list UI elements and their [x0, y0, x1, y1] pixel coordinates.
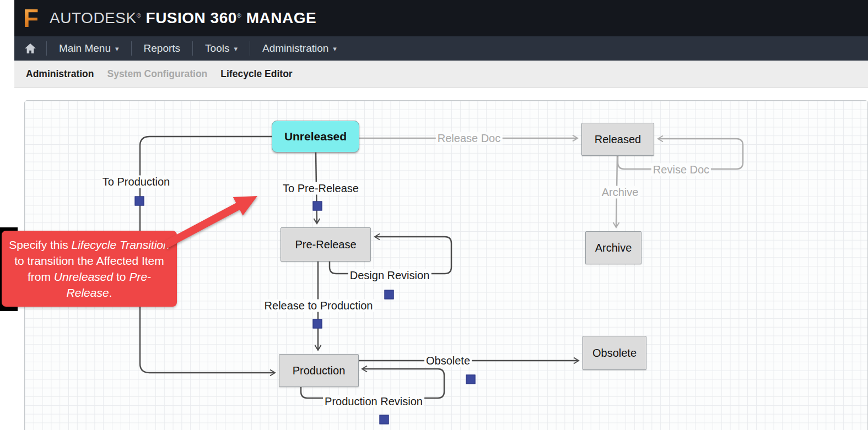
transition-label-to-pre-release[interactable]: To Pre-Release — [281, 182, 360, 195]
transition-label-design-revision[interactable]: Design Revision — [348, 269, 432, 282]
home-button[interactable] — [14, 36, 46, 61]
brand-product: FUSION 360 — [146, 9, 237, 26]
caret-down-icon: ▾ — [333, 45, 337, 53]
nav-item-main-menu[interactable]: Main Menu ▾ — [47, 36, 131, 61]
brand-suffix: MANAGE — [246, 9, 316, 26]
caret-down-icon: ▾ — [115, 45, 119, 53]
registered-mark: ® — [137, 12, 142, 19]
transition-handle-to-pre-release[interactable] — [313, 202, 322, 211]
nav-item-reports[interactable]: Reports — [132, 36, 193, 61]
main-navbar: Main Menu ▾ Reports Tools ▾ Administrati… — [14, 36, 868, 61]
nav-item-administration[interactable]: Administration ▾ — [250, 36, 349, 61]
state-released[interactable]: Released — [581, 123, 654, 156]
transition-label-release-doc[interactable]: Release Doc — [436, 132, 503, 145]
annotation-callout-text: Specify this Lifecycle Transition to tra… — [8, 237, 170, 301]
annotation-callout: Specify this Lifecycle Transition to tra… — [2, 231, 177, 307]
breadcrumb-system-configuration[interactable]: System Configuration — [107, 68, 207, 80]
transition-label-revise-doc[interactable]: Revise Doc — [651, 164, 711, 176]
transition-handle-production-revision[interactable] — [380, 415, 389, 424]
transition-label-archive[interactable]: Archive — [600, 186, 640, 199]
state-archive[interactable]: Archive — [585, 231, 641, 264]
breadcrumb: Administration System Configuration Life… — [14, 61, 868, 88]
transition-handle-to-production[interactable] — [135, 197, 144, 206]
nav-item-label: Tools — [205, 42, 229, 55]
caret-down-icon: ▾ — [234, 45, 238, 53]
app-title: AUTODESK® FUSION 360® MANAGE — [50, 9, 316, 27]
transition-label-release-to-production[interactable]: Release to Production — [263, 300, 375, 312]
nav-item-label: Main Menu — [59, 42, 111, 55]
breadcrumb-administration[interactable]: Administration — [26, 68, 94, 80]
nav-item-label: Administration — [262, 42, 328, 55]
state-pre-release[interactable]: Pre-Release — [281, 227, 371, 262]
breadcrumb-lifecycle-editor[interactable]: Lifecycle Editor — [220, 68, 292, 80]
state-unreleased[interactable]: Unreleased — [272, 121, 359, 153]
brand-company: AUTODESK — [50, 9, 137, 26]
state-obsolete[interactable]: Obsolete — [583, 336, 646, 370]
transition-handle-release-to-production[interactable] — [313, 319, 322, 329]
home-icon — [24, 43, 36, 54]
transition-handle-obsolete[interactable] — [466, 375, 476, 384]
transition-label-production-revision[interactable]: Production Revision — [323, 395, 424, 408]
transition-handle-design-revision[interactable] — [385, 290, 394, 300]
fusion-360-logo-icon: F — [20, 6, 42, 31]
nav-item-tools[interactable]: Tools ▾ — [193, 36, 250, 61]
state-production[interactable]: Production — [279, 354, 359, 387]
nav-item-label: Reports — [144, 42, 181, 55]
registered-mark: ® — [237, 12, 242, 19]
transition-label-to-production[interactable]: To Production — [101, 176, 171, 188]
page: F AUTODESK® FUSION 360® MANAGE Main Menu… — [0, 0, 868, 430]
transition-label-obsolete[interactable]: Obsolete — [424, 355, 472, 367]
app-header: F AUTODESK® FUSION 360® MANAGE — [14, 0, 868, 36]
